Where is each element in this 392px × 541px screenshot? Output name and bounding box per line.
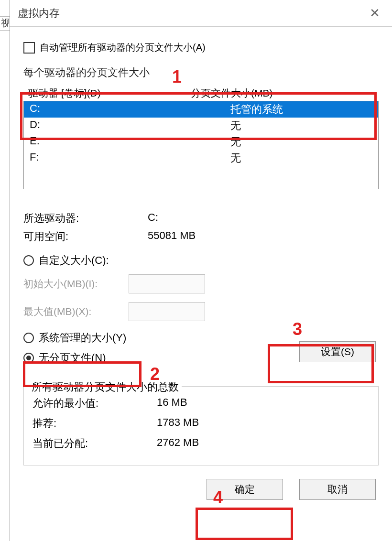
allocated-value: 2762 MB	[157, 436, 370, 451]
drive-row[interactable]: E: 无	[24, 134, 378, 150]
drive-list[interactable]: C: 托管的系统 D: 无 E: 无 F: 无	[23, 101, 379, 189]
drive-row[interactable]: C: 托管的系统	[24, 101, 378, 118]
drive-size: 无	[230, 135, 372, 149]
initial-size-input[interactable]	[129, 274, 205, 293]
totals-group-title: 所有驱动器分页文件大小的总数	[29, 380, 182, 394]
dialog-window: 虚拟内存 ✕ 自动管理所有驱动器的分页文件大小(A) 每个驱动器的分页文件大小 …	[10, 0, 392, 541]
selected-drive-value: C:	[148, 211, 379, 226]
drive-size: 无	[230, 119, 372, 133]
dialog-content: 自动管理所有驱动器的分页文件大小(A) 每个驱动器的分页文件大小 驱动器 [卷标…	[10, 27, 392, 500]
drive-size: 托管的系统	[230, 102, 372, 117]
initial-size-label: 初始大小(MB)(I):	[23, 277, 129, 291]
available-space-label: 可用空间:	[23, 229, 148, 244]
background-fragment: 视	[0, 16, 10, 31]
selected-drive-info: 所选驱动器: C: 可用空间: 55081 MB	[23, 211, 379, 244]
titlebar: 虚拟内存 ✕	[10, 0, 392, 27]
radio-custom-label: 自定义大小(C):	[39, 253, 109, 268]
available-space-value: 55081 MB	[148, 229, 379, 244]
per-drive-label: 每个驱动器的分页文件大小	[23, 65, 379, 80]
drive-name: F:	[30, 151, 230, 165]
header-size: 分页文件大小(MB)	[191, 87, 374, 100]
recommended-label: 推荐:	[33, 416, 157, 431]
radio-icon	[23, 333, 34, 343]
drive-name: E:	[30, 135, 230, 149]
header-drive: 驱动器 [卷标](D)	[28, 87, 191, 100]
drive-name: D:	[30, 119, 230, 133]
min-value: 16 MB	[157, 396, 370, 411]
radio-icon	[23, 255, 34, 266]
dialog-buttons: 确定 取消	[23, 479, 379, 500]
recommended-value: 1783 MB	[157, 416, 370, 431]
set-button[interactable]: 设置(S)	[299, 341, 376, 362]
max-size-label: 最大值(MB)(X):	[23, 305, 129, 318]
radio-custom-size[interactable]: 自定义大小(C):	[23, 253, 379, 268]
dialog-title: 虚拟内存	[18, 6, 365, 21]
totals-group: 所有驱动器分页文件大小的总数 允许的最小值: 16 MB 推荐: 1783 MB…	[23, 386, 379, 465]
drive-list-headers: 驱动器 [卷标](D) 分页文件大小(MB)	[23, 84, 379, 101]
max-size-input[interactable]	[129, 302, 205, 321]
radio-system-label: 系统管理的大小(Y)	[39, 331, 126, 345]
drive-row[interactable]: D: 无	[24, 118, 378, 134]
close-icon[interactable]: ✕	[365, 4, 384, 23]
checkbox-icon	[23, 42, 35, 54]
size-inputs: 初始大小(MB)(I): 最大值(MB)(X):	[23, 274, 379, 321]
drive-size: 无	[230, 151, 372, 165]
radio-none-label: 无分页文件(N)	[39, 351, 106, 365]
radio-icon	[23, 353, 34, 363]
cancel-button[interactable]: 取消	[299, 479, 376, 500]
allocated-label: 当前已分配:	[33, 436, 157, 451]
selected-drive-label: 所选驱动器:	[23, 211, 148, 226]
drive-name: C:	[30, 102, 230, 117]
min-label: 允许的最小值:	[33, 396, 157, 411]
ok-button[interactable]: 确定	[207, 479, 283, 500]
auto-manage-checkbox[interactable]: 自动管理所有驱动器的分页文件大小(A)	[23, 41, 379, 54]
auto-manage-label: 自动管理所有驱动器的分页文件大小(A)	[40, 41, 206, 54]
drive-row[interactable]: F: 无	[24, 150, 378, 166]
